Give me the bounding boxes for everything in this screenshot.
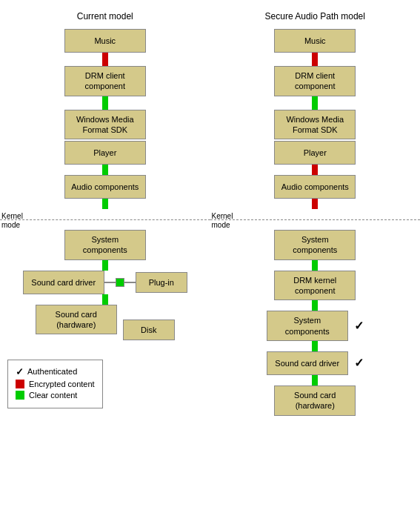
right-green-bar-2 <box>312 260 318 271</box>
right-music-box: Music <box>274 29 356 53</box>
left-audio-components-box: Audio components <box>64 175 146 199</box>
left-green-bar-5 <box>102 294 108 305</box>
right-kernel-label: Kernelmode <box>212 212 233 230</box>
legend-authenticated: ✓ Authenticated <box>16 366 95 377</box>
left-plugin-icon <box>116 278 124 287</box>
left-column-title: Current model <box>77 11 133 21</box>
left-sound-hw-row: Sound card (hardware) Disk <box>36 305 175 340</box>
left-green-bar-3 <box>102 199 108 209</box>
legend-clear: Clear content <box>16 391 95 400</box>
legend-authenticated-label: Authenticated <box>27 367 77 376</box>
left-sound-card-driver-box: Sound card driver <box>23 271 104 294</box>
left-disk-container: Disk <box>123 320 175 340</box>
right-column-title: Secure Audio Path model <box>265 11 365 21</box>
right-red-bar-2 <box>312 165 318 175</box>
legend-encrypted: Encrypted content <box>16 380 95 388</box>
left-sound-card-hw-box: Sound card (hardware) <box>36 305 117 335</box>
left-green-bar-1 <box>102 96 108 110</box>
clear-color-swatch <box>16 391 24 400</box>
left-red-bar-1 <box>102 53 108 66</box>
left-h-line-1 <box>104 282 116 283</box>
right-drm-client-box: DRM client component <box>274 66 356 96</box>
legend: ✓ Authenticated Encrypted content Clear … <box>7 360 103 408</box>
left-plugin-connector: Plug-in <box>104 272 187 293</box>
left-plugin-box: Plug-in <box>136 272 187 293</box>
left-green-bar-2 <box>102 165 108 175</box>
right-sound-driver-row: Sound card driver ✓ <box>267 351 364 375</box>
left-player-box: Player <box>64 141 146 165</box>
left-green-bar-4 <box>102 260 108 271</box>
left-drm-client-box: DRM client component <box>64 66 146 96</box>
left-wmf-sdk-box: Windows Media Format SDK <box>64 110 146 140</box>
right-system-components-2-box: System components <box>267 311 348 341</box>
right-green-bar-4 <box>312 341 318 351</box>
encrypted-color-swatch <box>16 380 24 388</box>
right-red-bar-3 <box>312 199 318 209</box>
legend-clear-label: Clear content <box>29 391 77 400</box>
right-kernel-separator: Kernelmode <box>210 212 421 227</box>
right-wmf-sdk-box: Windows Media Format SDK <box>274 110 356 140</box>
right-audio-components-box: Audio components <box>274 175 356 199</box>
right-sound-card-hw-box: Sound card (hardware) <box>274 385 356 416</box>
left-music-box: Music <box>64 29 146 53</box>
right-green-bar-5 <box>312 375 318 385</box>
left-disk-box: Disk <box>123 320 175 340</box>
checkmark-icon: ✓ <box>16 366 24 377</box>
legend-encrypted-label: Encrypted content <box>29 380 95 388</box>
right-green-bar-3 <box>312 300 318 311</box>
right-sound-card-driver-box: Sound card driver <box>267 351 348 375</box>
checkmark-2-icon: ✓ <box>354 356 364 370</box>
right-player-box: Player <box>274 141 356 165</box>
left-kernel-separator: Kernelmode <box>0 212 210 227</box>
right-system-2-row: System components ✓ <box>267 311 364 341</box>
right-green-bar-1 <box>312 96 318 110</box>
left-system-components-box: System components <box>64 230 146 260</box>
left-sound-driver-row: Sound card driver Plug-in <box>23 271 187 294</box>
right-system-components-1-box: System components <box>274 230 356 260</box>
checkmark-1-icon: ✓ <box>354 319 364 333</box>
right-red-bar-1 <box>312 53 318 66</box>
left-kernel-label: Kernelmode <box>1 212 23 230</box>
left-h-line-2 <box>124 282 136 283</box>
right-drm-kernel-box: DRM kernel component <box>274 271 356 301</box>
